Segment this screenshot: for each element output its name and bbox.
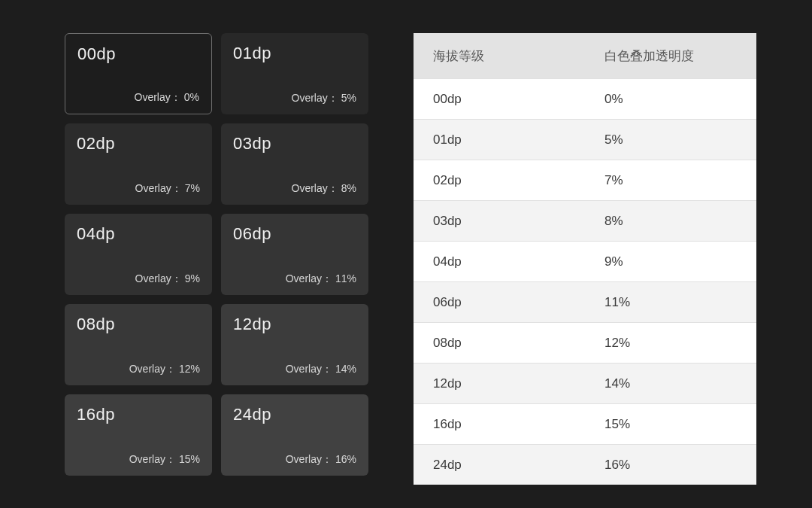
elevation-card: 16dpOverlay：15% (65, 394, 212, 476)
cell-overlay: 5% (585, 132, 756, 148)
layout: 00dpOverlay：0%01dpOverlay：5%02dpOverlay：… (0, 0, 812, 508)
cell-elevation: 16dp (414, 417, 585, 432)
elevation-table: 海拔等级 白色叠加透明度 00dp0%01dp5%02dp7%03dp8%04d… (414, 33, 756, 485)
table-row: 00dp0% (414, 78, 756, 119)
cell-elevation: 03dp (414, 214, 585, 229)
cell-elevation: 12dp (414, 376, 585, 391)
cell-elevation: 02dp (414, 173, 585, 188)
table-row: 02dp7% (414, 160, 756, 200)
table-row: 24dp16% (414, 444, 756, 485)
card-overlay-label: Overlay：8% (292, 182, 356, 196)
card-overlay-label: Overlay：12% (129, 363, 200, 376)
elevation-card: 00dpOverlay：0% (65, 33, 212, 114)
table-header-elevation: 海拔等级 (414, 47, 585, 65)
overlay-label-text: Overlay： (129, 363, 176, 376)
cell-overlay: 8% (585, 214, 756, 229)
elevation-card: 04dpOverlay：9% (65, 214, 212, 295)
elevation-card: 24dpOverlay：16% (221, 394, 368, 476)
overlay-label-text: Overlay： (129, 453, 176, 467)
card-dp-label: 08dp (77, 315, 200, 334)
table-row: 12dp14% (414, 363, 756, 403)
cell-overlay: 16% (585, 458, 756, 473)
card-dp-label: 06dp (233, 224, 356, 244)
card-dp-label: 02dp (77, 134, 200, 154)
card-overlay-label: Overlay：0% (135, 91, 199, 105)
table-row: 16dp15% (414, 403, 756, 444)
overlay-value: 16% (335, 453, 356, 467)
table-row: 03dp8% (414, 200, 756, 241)
cell-overlay: 0% (585, 92, 756, 107)
table-header-overlay: 白色叠加透明度 (585, 47, 756, 65)
elevation-card: 01dpOverlay：5% (221, 33, 368, 114)
table-row: 08dp12% (414, 322, 756, 363)
overlay-label-text: Overlay： (135, 91, 181, 105)
overlay-value: 8% (341, 182, 356, 196)
card-overlay-label: Overlay：11% (286, 272, 356, 286)
card-dp-label: 01dp (233, 44, 356, 63)
overlay-label-text: Overlay： (292, 92, 338, 105)
overlay-value: 0% (184, 91, 199, 105)
overlay-label-text: Overlay： (286, 272, 332, 286)
elevation-card: 02dpOverlay：7% (65, 123, 212, 205)
cell-overlay: 12% (585, 336, 756, 351)
table-body: 00dp0%01dp5%02dp7%03dp8%04dp9%06dp11%08d… (414, 78, 756, 485)
card-overlay-label: Overlay：15% (129, 453, 200, 467)
cell-overlay: 15% (585, 417, 756, 432)
overlay-value: 7% (185, 182, 200, 196)
card-overlay-label: Overlay：5% (292, 92, 356, 105)
table-header-row: 海拔等级 白色叠加透明度 (414, 33, 756, 78)
card-overlay-label: Overlay：7% (135, 182, 200, 196)
cell-overlay: 14% (585, 376, 756, 391)
overlay-value: 11% (335, 272, 356, 286)
cell-elevation: 08dp (414, 336, 585, 351)
card-dp-label: 03dp (233, 134, 356, 154)
table-row: 06dp11% (414, 281, 756, 322)
card-dp-label: 12dp (233, 315, 356, 334)
cell-overlay: 7% (585, 173, 756, 188)
cell-elevation: 00dp (414, 92, 585, 107)
cell-overlay: 9% (585, 254, 756, 269)
card-overlay-label: Overlay：16% (286, 453, 356, 467)
card-overlay-label: Overlay：9% (135, 272, 200, 286)
cell-elevation: 06dp (414, 295, 585, 310)
cell-elevation: 24dp (414, 458, 585, 473)
elevation-card: 06dpOverlay：11% (221, 214, 368, 295)
table-row: 04dp9% (414, 241, 756, 281)
card-dp-label: 00dp (77, 44, 199, 64)
table-row: 01dp5% (414, 119, 756, 160)
overlay-label-text: Overlay： (286, 453, 332, 467)
overlay-value: 5% (341, 92, 356, 105)
overlay-label-text: Overlay： (292, 182, 338, 196)
card-dp-label: 24dp (233, 405, 356, 424)
elevation-card: 08dpOverlay：12% (65, 304, 212, 385)
elevation-card: 12dpOverlay：14% (221, 304, 368, 385)
overlay-label-text: Overlay： (135, 182, 182, 196)
overlay-value: 12% (179, 363, 200, 376)
elevation-card: 03dpOverlay：8% (221, 123, 368, 205)
cell-elevation: 01dp (414, 132, 585, 148)
elevation-cards-grid: 00dpOverlay：0%01dpOverlay：5%02dpOverlay：… (65, 33, 368, 476)
card-dp-label: 16dp (77, 405, 200, 424)
overlay-label-text: Overlay： (135, 272, 182, 286)
overlay-value: 9% (185, 272, 200, 286)
overlay-label-text: Overlay： (286, 363, 332, 376)
card-dp-label: 04dp (77, 224, 200, 244)
card-overlay-label: Overlay：14% (286, 363, 356, 376)
cell-elevation: 04dp (414, 254, 585, 269)
overlay-value: 14% (335, 363, 356, 376)
cell-overlay: 11% (585, 295, 756, 310)
overlay-value: 15% (179, 453, 200, 467)
